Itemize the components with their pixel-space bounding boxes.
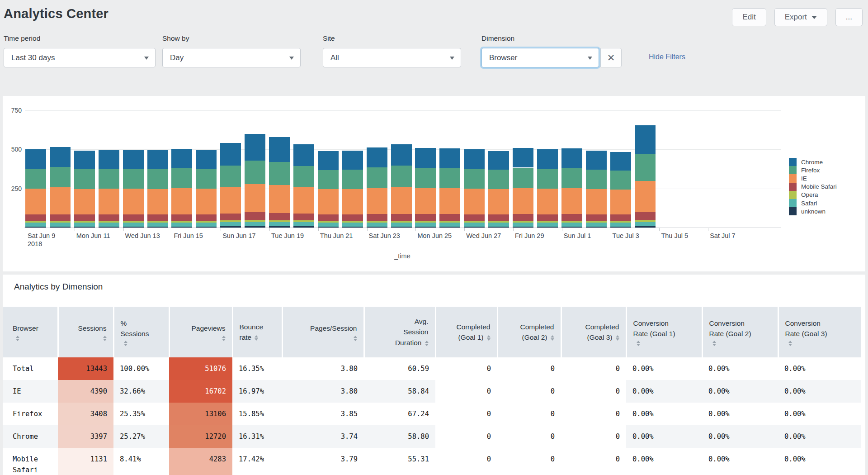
bar-segment-chrome[interactable] bbox=[513, 148, 533, 168]
legend-item-firefox[interactable]: Firefox bbox=[789, 166, 837, 174]
table-cell[interactable]: 15.85% bbox=[232, 403, 282, 425]
bar-segment-safari[interactable] bbox=[245, 222, 265, 227]
table-cell[interactable]: 0.00% bbox=[626, 403, 702, 425]
table-cell[interactable]: 0.00% bbox=[702, 357, 778, 380]
bar-segment-safari[interactable] bbox=[586, 223, 607, 227]
bar-segment-chrome[interactable] bbox=[415, 148, 436, 168]
bar-segment-opera[interactable] bbox=[513, 221, 533, 223]
bar-segment-safari[interactable] bbox=[318, 223, 339, 227]
bar-segment-safari[interactable] bbox=[123, 223, 144, 227]
time-period-select[interactable]: Last 30 days bbox=[4, 48, 156, 67]
bar-segment-opera[interactable] bbox=[342, 221, 363, 223]
bar-segment-chrome[interactable] bbox=[25, 149, 46, 169]
bar-segment-safari[interactable] bbox=[561, 223, 582, 227]
bar-segment-firefox[interactable] bbox=[586, 170, 607, 189]
table-cell[interactable]: 0.00% bbox=[778, 357, 861, 380]
bar-segment-firefox[interactable] bbox=[196, 169, 217, 189]
bar-segment-safari[interactable] bbox=[269, 222, 290, 226]
bar-segment-mobile-safari[interactable] bbox=[561, 214, 582, 221]
bar-segment-firefox[interactable] bbox=[342, 170, 363, 189]
bar-segment-ie[interactable] bbox=[439, 188, 460, 214]
export-button[interactable]: Export bbox=[774, 8, 827, 26]
bar-segment-chrome[interactable] bbox=[586, 151, 607, 170]
legend-item-opera[interactable]: Opera bbox=[789, 191, 837, 199]
table-cell[interactable]: 32.66% bbox=[113, 380, 169, 403]
bar-tue-jun-12[interactable] bbox=[99, 96, 119, 228]
bar-segment-mobile-safari[interactable] bbox=[318, 214, 339, 221]
bar-segment-ie[interactable] bbox=[196, 189, 217, 214]
clear-dimension-button[interactable]: ✕ bbox=[600, 48, 622, 67]
bar-segment-mobile-safari[interactable] bbox=[293, 214, 314, 220]
column-header-sessions[interactable]: Sessions bbox=[58, 307, 113, 357]
column-header-pages-session[interactable]: Pages/Session bbox=[282, 307, 364, 357]
bar-segment-ie[interactable] bbox=[391, 187, 412, 214]
bar-segment-firefox[interactable] bbox=[123, 169, 144, 189]
bar-tue-jun-26[interactable] bbox=[439, 96, 460, 228]
table-cell[interactable]: 16.31% bbox=[232, 425, 282, 448]
bar-segment-ie[interactable] bbox=[74, 189, 95, 214]
column-header-conversion-rate-goal-2-[interactable]: Conversion Rate (Goal 2) bbox=[702, 307, 778, 357]
bar-segment-chrome[interactable] bbox=[171, 149, 192, 168]
bar-segment-firefox[interactable] bbox=[220, 166, 241, 187]
bar-segment-firefox[interactable] bbox=[269, 162, 290, 185]
bar-segment-firefox[interactable] bbox=[367, 167, 387, 188]
bar-segment-mobile-safari[interactable] bbox=[464, 214, 485, 221]
column-header-avg-session-duration[interactable]: Avg. Session Duration bbox=[364, 307, 435, 357]
bar-segment-mobile-safari[interactable] bbox=[269, 213, 290, 220]
edit-button[interactable]: Edit bbox=[732, 8, 766, 26]
bar-sat-jun-16[interactable] bbox=[196, 96, 217, 228]
table-cell[interactable]: 0.00% bbox=[702, 403, 778, 425]
bar-segment-ie[interactable] bbox=[123, 189, 144, 214]
bar-segment-safari[interactable] bbox=[342, 223, 363, 227]
bar-segment-opera[interactable] bbox=[318, 221, 339, 223]
bar-segment-mobile-safari[interactable] bbox=[415, 214, 436, 221]
bar-segment-mobile-safari[interactable] bbox=[25, 214, 46, 221]
bar-segment-ie[interactable] bbox=[25, 189, 46, 214]
bar-segment-safari[interactable] bbox=[391, 223, 412, 227]
bar-segment-opera[interactable] bbox=[561, 221, 582, 223]
bar-segment-ie[interactable] bbox=[561, 188, 582, 214]
site-select[interactable]: All bbox=[323, 48, 461, 67]
bar-segment-chrome[interactable] bbox=[245, 134, 265, 161]
bar-segment-chrome[interactable] bbox=[537, 149, 558, 169]
bar-segment-safari[interactable] bbox=[415, 223, 436, 227]
row-link-total[interactable]: Total bbox=[3, 357, 58, 380]
bar-segment-firefox[interactable] bbox=[464, 169, 485, 189]
table-cell[interactable]: 0.00% bbox=[778, 380, 861, 403]
bar-segment-opera[interactable] bbox=[25, 221, 46, 223]
bar-segment-mobile-safari[interactable] bbox=[537, 214, 558, 221]
bar-segment-chrome[interactable] bbox=[610, 152, 631, 171]
bar-segment-chrome[interactable] bbox=[318, 151, 339, 170]
bar-mon-jun-11[interactable] bbox=[74, 96, 95, 228]
legend-item-ie[interactable]: IE bbox=[789, 174, 837, 182]
bar-segment-mobile-safari[interactable] bbox=[610, 214, 631, 221]
bar-segment-chrome[interactable] bbox=[464, 149, 485, 169]
bar-segment-mobile-safari[interactable] bbox=[367, 214, 387, 221]
row-link-firefox[interactable]: Firefox bbox=[3, 403, 58, 425]
bar-segment-firefox[interactable] bbox=[635, 154, 656, 181]
bar-segment-mobile-safari[interactable] bbox=[147, 214, 168, 221]
bar-segment-opera[interactable] bbox=[269, 220, 290, 222]
bar-segment-chrome[interactable] bbox=[74, 151, 95, 170]
legend-item-safari[interactable]: Safari bbox=[789, 199, 837, 207]
bar-segment-mobile-safari[interactable] bbox=[635, 212, 656, 220]
bar-segment-firefox[interactable] bbox=[318, 170, 339, 190]
bar-segment-mobile-safari[interactable] bbox=[99, 214, 119, 221]
bar-segment-chrome[interactable] bbox=[196, 150, 217, 169]
table-cell[interactable]: 8.41% bbox=[113, 448, 169, 475]
table-cell[interactable]: 0.00% bbox=[626, 380, 702, 403]
column-header-bounce-rate[interactable]: Bounce rate bbox=[232, 307, 282, 357]
bar-segment-ie[interactable] bbox=[318, 189, 339, 214]
bar-segment-ie[interactable] bbox=[415, 188, 436, 214]
bar-segment-ie[interactable] bbox=[537, 189, 558, 214]
bar-segment-safari[interactable] bbox=[439, 223, 460, 227]
bar-segment-ie[interactable] bbox=[293, 187, 314, 214]
bar-segment-mobile-safari[interactable] bbox=[439, 214, 460, 221]
bar-sat-jun-30[interactable] bbox=[537, 96, 558, 228]
bar-segment-opera[interactable] bbox=[99, 221, 119, 223]
table-cell[interactable]: 16.97% bbox=[232, 380, 282, 403]
bar-mon-jun-18[interactable] bbox=[245, 96, 265, 228]
bar-segment-safari[interactable] bbox=[293, 222, 314, 226]
table-cell[interactable]: 25.35% bbox=[113, 403, 169, 425]
bar-segment-ie[interactable] bbox=[245, 184, 265, 212]
